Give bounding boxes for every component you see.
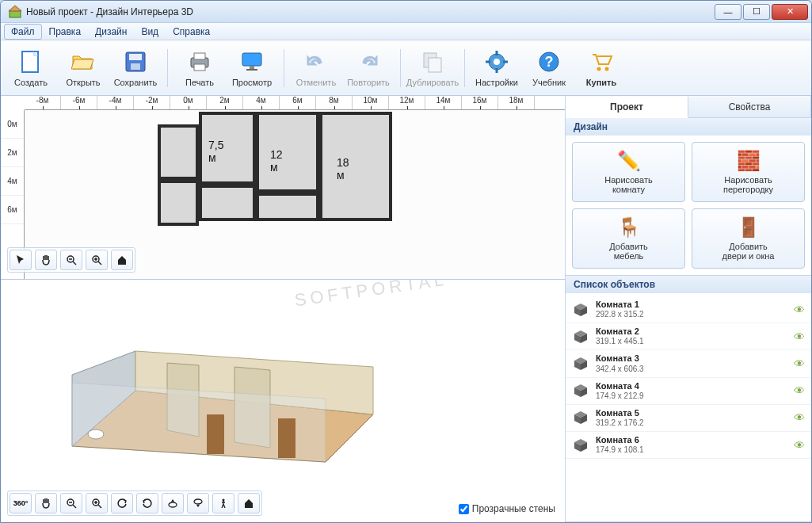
menu-bar: Файл Правка Дизайн Вид Справка [1,23,811,40]
tutorial-button[interactable]: ? Учебник [524,43,574,94]
object-list[interactable]: Комната 1292.8 x 315.2👁Комната 2319.1 x … [566,293,811,521]
monitor-icon [239,49,265,74]
visibility-icon[interactable]: 👁 [794,439,805,452]
work-area: -8м-6м-4м-2м0м2м4м6м8м10м12м14м16м18м 0м… [1,96,811,522]
pointer-tool[interactable] [10,250,32,270]
save-button[interactable]: Сохранить [110,43,161,94]
svg-line-26 [73,262,76,265]
undo-icon [303,49,329,74]
menu-edit[interactable]: Правка [42,24,89,40]
close-button[interactable]: ✕ [772,4,808,20]
orbit-left-tool[interactable] [111,493,133,513]
undo-button[interactable]: Отменить [291,43,341,94]
home-3d-tool[interactable] [238,493,260,513]
svg-point-40 [88,429,104,439]
visibility-icon[interactable]: 👁 [794,357,805,370]
2d-view[interactable]: -8м-6м-4м-2м0м2м4м6м8м10м12м14м16м18м 0м… [1,96,565,280]
tilt-down-tool[interactable] [187,493,209,513]
svg-point-24 [605,67,609,71]
cube-icon [572,355,589,372]
help-icon: ? [536,49,562,74]
svg-point-48 [169,502,177,507]
tilt-up-tool[interactable] [162,493,184,513]
visibility-icon[interactable]: 👁 [794,303,805,316]
svg-rect-14 [429,58,441,72]
redo-icon [356,49,381,74]
list-item[interactable]: Комната 6174.9 x 108.1👁 [566,432,811,459]
svg-line-29 [98,262,101,265]
list-item[interactable]: Комната 2319.1 x 445.1👁 [566,323,811,350]
list-item[interactable]: Комната 4174.9 x 212.9👁 [566,378,811,405]
menu-file[interactable]: Файл [4,24,42,40]
zoom-out-3d-tool[interactable] [60,493,82,513]
cart-icon [589,49,614,74]
create-button[interactable]: Создать [6,43,56,94]
buy-button[interactable]: Купить [576,43,627,94]
print-button[interactable]: Печать [174,43,225,94]
orbit-right-tool[interactable] [136,493,158,513]
menu-design[interactable]: Дизайн [88,24,134,40]
list-item[interactable]: Комната 1292.8 x 315.2👁 [566,296,811,323]
maximize-button[interactable]: ☐ [743,4,770,20]
tab-properties[interactable]: Свойства [688,96,811,117]
add-doors-button[interactable]: 🚪 Добавить двери и окна [692,208,805,269]
toolbar-separator [400,49,401,87]
transparent-walls-input[interactable] [459,504,469,514]
side-tabs: Проект Свойства [566,96,811,118]
svg-text:?: ? [545,54,554,70]
redo-button[interactable]: Повторить [343,43,394,94]
draw-room-button[interactable]: ✏️ Нарисовать комнату [572,142,685,202]
settings-button[interactable]: Настройки [471,43,522,94]
list-item[interactable]: Комната 3342.4 x 606.3👁 [566,350,811,377]
chair-icon: 🪑 [617,216,641,239]
toolbar-separator [464,49,465,87]
printer-icon [187,49,212,74]
3d-view[interactable]: SOFTPORTAL [1,280,565,522]
walk-tool[interactable] [212,493,234,513]
cube-icon [572,328,589,345]
svg-rect-12 [246,69,257,71]
cube-icon [572,301,589,319]
menu-view[interactable]: Вид [134,24,166,40]
main-toolbar: Создать Открыть Сохранить Печать Просмот… [1,40,811,96]
zoom-out-tool[interactable] [60,250,82,270]
list-item[interactable]: Комната 5319.2 x 176.2👁 [566,405,811,432]
svg-marker-1 [9,6,21,11]
visibility-icon[interactable]: 👁 [794,411,805,424]
tab-project[interactable]: Проект [566,97,688,118]
gear-icon [484,49,509,74]
visibility-icon[interactable]: 👁 [794,330,805,343]
objects-header: Список объектов [566,276,811,293]
duplicate-icon [420,49,445,74]
horizontal-ruler: -8м-6м-4м-2м0м2м4м6м8м10м12м14м16м18м [25,96,565,110]
visibility-icon[interactable]: 👁 [794,384,805,397]
svg-rect-9 [194,64,205,71]
menu-help[interactable]: Справка [166,24,217,40]
duplicate-button[interactable]: Дублировать [407,43,458,94]
wall-icon: 🧱 [737,150,761,172]
2d-tools [7,247,135,273]
cube-icon [572,409,589,426]
svg-rect-8 [194,53,205,59]
zoom-in-3d-tool[interactable] [86,493,108,513]
svg-rect-10 [242,53,261,66]
open-button[interactable]: Открыть [58,43,109,94]
add-furniture-button[interactable]: 🪑 Добавить мебель [572,208,685,269]
zoom-in-tool[interactable] [86,250,108,270]
pan-3d-tool[interactable] [35,493,57,513]
pan-tool[interactable] [35,250,57,270]
svg-line-42 [73,505,76,508]
toolbar-separator [284,49,284,87]
svg-rect-11 [250,66,254,69]
cube-icon [572,382,589,399]
draw-partition-button[interactable]: 🧱 Нарисовать перегородку [692,142,805,202]
svg-point-16 [494,59,500,65]
door-icon: 🚪 [737,216,761,239]
preview-button[interactable]: Просмотр [227,43,277,94]
3d-scene [40,303,405,486]
home-tool[interactable] [111,250,133,270]
viewport: -8м-6м-4м-2м0м2м4м6м8м10м12м14м16м18м 0м… [1,96,566,522]
minimize-button[interactable]: ― [715,4,741,20]
rotate-360-tool[interactable]: 360° [10,493,32,513]
transparent-walls-checkbox[interactable]: Прозрачные стены [459,503,555,514]
